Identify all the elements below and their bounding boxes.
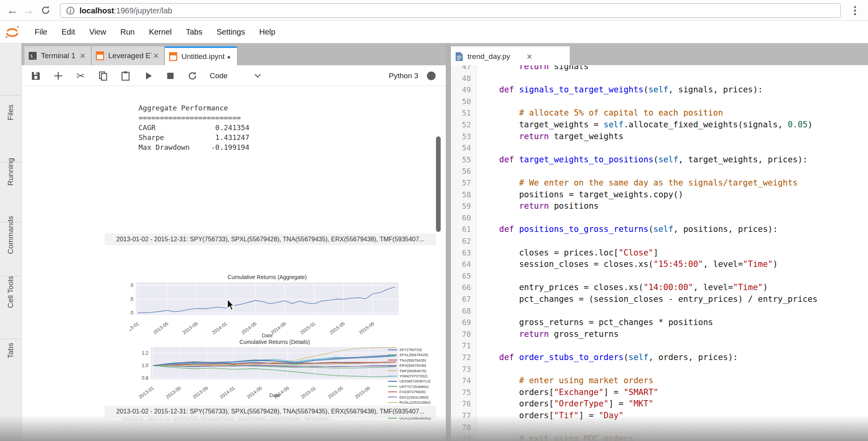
code-line[interactable]: 65	[451, 270, 868, 282]
browser-refresh-button[interactable]	[38, 2, 54, 18]
paste-cells-button[interactable]	[118, 69, 133, 83]
close-tab-button[interactable]: ×	[78, 50, 87, 61]
copy-cells-button[interactable]	[96, 69, 110, 83]
address-bar[interactable]: localhost:1969/jupyter/lab	[60, 3, 841, 18]
sidebar-item-cell-tools[interactable]: Cell Tools	[6, 276, 15, 308]
menu-item-edit[interactable]: Edit	[54, 21, 82, 43]
code-line[interactable]: 48	[451, 72, 868, 84]
code-text: def signals_to_target_weights(self, sign…	[477, 84, 763, 96]
code-text: orders["Exchange"] = "SMART"	[477, 386, 658, 398]
legend-entry: TNA(55679435)	[388, 358, 431, 363]
save-button[interactable]	[29, 69, 43, 83]
svg-text:Date: Date	[262, 333, 272, 338]
code-line[interactable]: 55 def target_weights_to_positions(self,…	[451, 154, 868, 165]
code-line[interactable]: 75 orders["Exchange"] = "SMART"	[451, 386, 868, 398]
code-editor[interactable]: 47 return signals4849 def signals_to_tar…	[451, 65, 868, 441]
svg-text:2015-09: 2015-09	[358, 321, 375, 335]
svg-text:1.0: 1.0	[130, 310, 133, 316]
notebook-icon	[96, 51, 104, 61]
code-line[interactable]: 77 orders["Tif"] = "Day"	[451, 410, 868, 421]
code-line[interactable]: 50	[451, 96, 868, 107]
code-line[interactable]: 57 # We enter on the same day as the sig…	[451, 177, 868, 189]
sidebar-divider	[0, 222, 22, 222]
menu-item-kernel[interactable]: Kernel	[142, 21, 179, 43]
line-number: 47	[451, 65, 477, 72]
stop-kernel-button[interactable]	[163, 69, 177, 83]
menu-item-view[interactable]: View	[82, 21, 113, 43]
code-line[interactable]: 62	[451, 235, 868, 247]
legend-line-swatch	[388, 355, 397, 355]
code-line[interactable]: 52 target_weights = self.allocate_fixed_…	[451, 119, 868, 130]
notebook-scrollbar-thumb[interactable]	[436, 136, 441, 232]
cumulative-returns-details-chart: 0.81.01.22013-012013-052013-092014-01201…	[130, 339, 405, 399]
close-tab-button[interactable]: ×	[525, 51, 534, 62]
code-line[interactable]: 76 orders["OrderType"] = "MKT"	[451, 398, 868, 410]
svg-text:1.2: 1.2	[142, 350, 148, 356]
menu-item-file[interactable]: File	[28, 21, 54, 43]
svg-text:2015-01: 2015-01	[300, 385, 317, 399]
menu-item-help[interactable]: Help	[252, 21, 283, 43]
close-tab-button[interactable]: ×	[151, 50, 160, 61]
code-line[interactable]: 73	[451, 363, 868, 375]
svg-text:2013-05: 2013-05	[152, 321, 170, 335]
kernel-name[interactable]: Python 3	[389, 72, 418, 80]
code-text	[477, 235, 479, 247]
menu-item-settings[interactable]: Settings	[209, 21, 252, 43]
code-line[interactable]: 72 def order_stubs_to_orders(self, order…	[451, 351, 868, 363]
url-path: :1969/jupyter/lab	[114, 6, 172, 15]
browser-back-button[interactable]: ←	[5, 2, 20, 18]
menu-item-run[interactable]: Run	[113, 21, 142, 43]
code-line[interactable]: 67 pct_changes = (session_closes - entry…	[451, 293, 868, 305]
svg-text:0.8: 0.8	[142, 375, 148, 381]
code-line[interactable]: 71	[451, 340, 868, 351]
line-number: 76	[451, 398, 477, 410]
code-line[interactable]: 63 closes = prices.loc["Close"]	[451, 247, 868, 259]
code-line[interactable]: 51 # allocate 5% of capital to each posi…	[451, 107, 868, 119]
sidebar-item-tabs[interactable]: Tabs	[6, 343, 15, 358]
line-number: 50	[451, 96, 477, 107]
tab-trend-day-py[interactable]: trend_day.py ×	[451, 46, 570, 65]
add-cell-button[interactable]	[51, 69, 65, 83]
legend-label: YINN(70737252)	[399, 373, 427, 379]
code-line[interactable]: 60	[451, 212, 868, 224]
svg-text:2014-05: 2014-05	[240, 321, 258, 335]
code-line[interactable]: 54	[451, 142, 868, 154]
code-line[interactable]: 68	[451, 305, 868, 317]
tab-untitled-ipynb[interactable]: Untitled.ipynb●	[165, 46, 237, 65]
code-line[interactable]: 49 def signals_to_target_weights(self, s…	[451, 84, 868, 96]
tab-leveraged-etf[interactable]: Leveraged ETF×	[92, 46, 164, 65]
code-line[interactable]: 74 # enter using market orders	[451, 375, 868, 386]
cell-type-dropdown-arrow[interactable]	[251, 69, 265, 83]
code-text	[477, 305, 479, 317]
code-line[interactable]: 66 entry_prices = closes.xs("14:00:00", …	[451, 281, 868, 293]
code-line[interactable]: 64 session_closes = closes.xs("15:45:00"…	[451, 258, 868, 270]
sidebar-item-commands[interactable]: Commands	[6, 216, 15, 254]
browser-forward-button[interactable]: →	[20, 2, 36, 18]
code-line[interactable]: 79 # exit using MOC orders	[451, 433, 868, 441]
code-line[interactable]: 56	[451, 165, 868, 177]
python-file-icon	[455, 52, 464, 61]
sidebar-divider	[0, 276, 22, 276]
code-line[interactable]: 69 gross_returns = pct_changes * positio…	[451, 316, 868, 328]
legend-entry: ERX(55679438)	[388, 363, 431, 368]
sidebar-item-files[interactable]: Files	[6, 105, 15, 120]
code-line[interactable]: 53 return target_weights	[451, 130, 868, 142]
code-line[interactable]: 47 return signals	[451, 65, 868, 72]
code-line[interactable]: 58 positions = target_weights.copy()	[451, 189, 868, 200]
browser-menu-button[interactable]	[849, 4, 861, 17]
cut-cells-button[interactable]: ✂	[74, 69, 88, 83]
jupyterlab-menubar: FileEditViewRunKernelTabsSettingsHelp	[0, 21, 868, 43]
code-line[interactable]: 61 def positions_to_gross_returns(self, …	[451, 223, 868, 235]
cell-type-dropdown[interactable]: Code	[210, 69, 227, 83]
code-line[interactable]: 78	[451, 421, 868, 433]
tab-terminal-1[interactable]: $_Terminal 1×	[24, 46, 91, 65]
code-text: # enter using market orders	[477, 375, 654, 386]
restart-kernel-button[interactable]	[185, 69, 199, 83]
page-info-icon[interactable]	[66, 6, 75, 15]
code-line[interactable]: 59 return positions	[451, 200, 868, 212]
svg-text:2013-01: 2013-01	[130, 321, 140, 335]
code-line[interactable]: 70 return gross_returns	[451, 328, 868, 340]
dock-splitter[interactable]	[446, 43, 451, 441]
menu-item-tabs[interactable]: Tabs	[179, 21, 209, 43]
run-cell-button[interactable]	[141, 69, 155, 83]
